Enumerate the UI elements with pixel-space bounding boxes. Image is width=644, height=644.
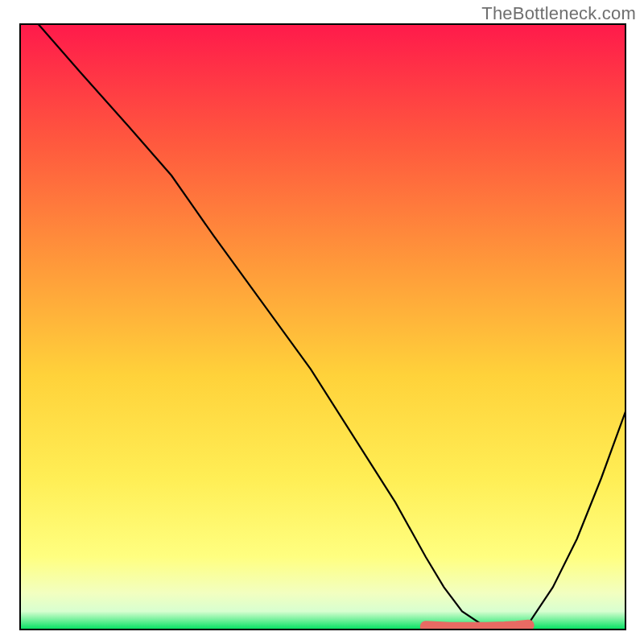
chart-container: TheBottleneck.com bbox=[0, 0, 644, 644]
gradient-background bbox=[20, 24, 625, 630]
optimal-marker bbox=[426, 625, 529, 628]
watermark-text: TheBottleneck.com bbox=[481, 3, 636, 24]
bottleneck-chart bbox=[0, 0, 644, 644]
